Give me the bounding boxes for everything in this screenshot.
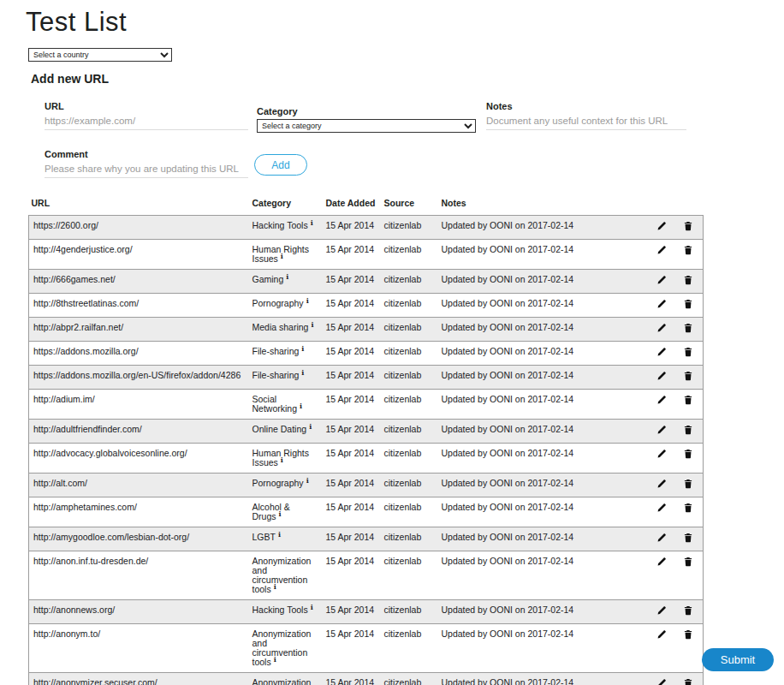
row-actions [601, 600, 704, 624]
submit-button[interactable]: Submit [702, 648, 774, 671]
edit-pencil-icon[interactable] [656, 503, 668, 514]
edit-pencil-icon[interactable] [656, 245, 668, 256]
url-field-label: URL [45, 101, 64, 111]
edit-pencil-icon[interactable] [656, 425, 668, 436]
delete-trash-icon[interactable] [683, 347, 694, 358]
info-icon: i [311, 320, 313, 329]
date-added-cell: 15 Apr 2014 [324, 673, 382, 685]
notes-cell: Updated by OONI on 2017-02-14 [439, 497, 601, 527]
add-button[interactable]: Add [254, 154, 307, 176]
edit-pencil-icon[interactable] [656, 533, 668, 544]
category-label: Media sharing [252, 322, 309, 332]
source-cell: citizenlab [382, 270, 439, 294]
row-actions [601, 551, 704, 600]
country-select[interactable]: Select a country [28, 48, 172, 62]
table-row: http://anon.inf.tu-dresden.de/ Anonymiza… [29, 551, 704, 600]
source-cell: citizenlab [382, 420, 439, 444]
delete-trash-icon[interactable] [683, 275, 694, 286]
table-row: http://amphetamines.com/ Alcohol & Drugs… [29, 497, 704, 527]
notes-cell: Updated by OONI on 2017-02-14 [439, 270, 601, 294]
info-icon: i [281, 456, 283, 464]
url-cell: http://8thstreetlatinas.com/ [29, 294, 250, 318]
row-actions [601, 624, 704, 673]
edit-pencil-icon[interactable] [656, 395, 668, 406]
category-cell: Gamingi [250, 270, 324, 294]
row-actions [601, 294, 704, 318]
info-icon: i [278, 530, 281, 539]
category-label: Anonymization and circumvention tools [252, 556, 312, 594]
source-cell: citizenlab [382, 551, 439, 600]
category-label: Hacking Tools [252, 220, 308, 230]
delete-trash-icon[interactable] [683, 678, 694, 685]
delete-trash-icon[interactable] [683, 605, 694, 616]
delete-trash-icon[interactable] [683, 533, 694, 544]
delete-trash-icon[interactable] [683, 503, 694, 514]
source-cell: citizenlab [382, 216, 439, 240]
edit-pencil-icon[interactable] [656, 449, 668, 460]
category-cell: Alcohol & Drugsi [250, 497, 324, 527]
delete-trash-icon[interactable] [683, 299, 694, 310]
info-icon: i [300, 402, 302, 410]
edit-pencil-icon[interactable] [656, 629, 668, 640]
table-row: http://amygoodloe.com/lesbian-dot-org/ L… [29, 527, 704, 551]
col-header-source: Source [382, 195, 439, 216]
col-header-date-added: Date Added [324, 195, 382, 216]
notes-cell: Updated by OONI on 2017-02-14 [439, 673, 601, 685]
source-cell: citizenlab [382, 318, 439, 342]
date-added-cell: 15 Apr 2014 [324, 527, 382, 551]
url-table-body: https://2600.org/ Hacking Toolsi 15 Apr … [29, 216, 704, 685]
edit-pencil-icon[interactable] [656, 605, 668, 616]
category-label: Gaming [252, 274, 284, 284]
row-actions [601, 390, 704, 420]
notes-cell: Updated by OONI on 2017-02-14 [439, 366, 601, 390]
page-title: Test List [26, 7, 127, 38]
category-cell: LGBTi [250, 527, 324, 551]
category-cell: Anonymization and circumvention toolsi [250, 551, 324, 600]
category-cell: Hacking Toolsi [250, 216, 324, 240]
table-row: http://anonnews.org/ Hacking Toolsi 15 A… [29, 600, 704, 624]
category-field-label: Category [257, 106, 298, 116]
delete-trash-icon[interactable] [683, 245, 694, 256]
category-label: File-sharing [252, 346, 300, 356]
url-cell: http://amygoodloe.com/lesbian-dot-org/ [29, 527, 250, 551]
info-icon: i [279, 509, 282, 518]
delete-trash-icon[interactable] [683, 323, 694, 334]
delete-trash-icon[interactable] [683, 425, 694, 436]
source-cell: citizenlab [382, 673, 439, 685]
date-added-cell: 15 Apr 2014 [324, 240, 382, 270]
edit-pencil-icon[interactable] [656, 347, 668, 358]
row-actions [601, 497, 704, 527]
notes-input[interactable] [486, 116, 686, 130]
notes-cell: Updated by OONI on 2017-02-14 [439, 294, 601, 318]
category-label: Pornography [252, 298, 304, 308]
edit-pencil-icon[interactable] [656, 479, 668, 490]
date-added-cell: 15 Apr 2014 [324, 551, 382, 600]
notes-cell: Updated by OONI on 2017-02-14 [439, 474, 601, 497]
category-select[interactable]: Select a category [257, 119, 476, 133]
edit-pencil-icon[interactable] [656, 323, 668, 334]
source-cell: citizenlab [382, 342, 439, 366]
url-input[interactable] [45, 116, 248, 130]
delete-trash-icon[interactable] [683, 221, 694, 232]
edit-pencil-icon[interactable] [656, 678, 668, 685]
edit-pencil-icon[interactable] [656, 371, 668, 382]
notes-cell: Updated by OONI on 2017-02-14 [439, 390, 601, 420]
url-cell: http://adultfriendfinder.com/ [29, 420, 250, 444]
delete-trash-icon[interactable] [683, 479, 694, 490]
edit-pencil-icon[interactable] [656, 275, 668, 286]
edit-pencil-icon[interactable] [656, 221, 668, 232]
add-new-url-heading: Add new URL [31, 72, 109, 86]
table-row: http://alt.com/ Pornographyi 15 Apr 2014… [29, 474, 704, 497]
delete-trash-icon[interactable] [683, 371, 694, 382]
delete-trash-icon[interactable] [683, 395, 694, 406]
delete-trash-icon[interactable] [683, 449, 694, 460]
url-cell: http://adium.im/ [29, 390, 250, 420]
edit-pencil-icon[interactable] [656, 557, 668, 568]
delete-trash-icon[interactable] [683, 557, 694, 568]
delete-trash-icon[interactable] [683, 629, 694, 640]
info-icon: i [301, 344, 304, 353]
url-cell: http://anonymizer.secuser.com/ [29, 673, 250, 685]
date-added-cell: 15 Apr 2014 [324, 600, 382, 624]
comment-input[interactable] [45, 164, 248, 178]
edit-pencil-icon[interactable] [656, 299, 668, 310]
